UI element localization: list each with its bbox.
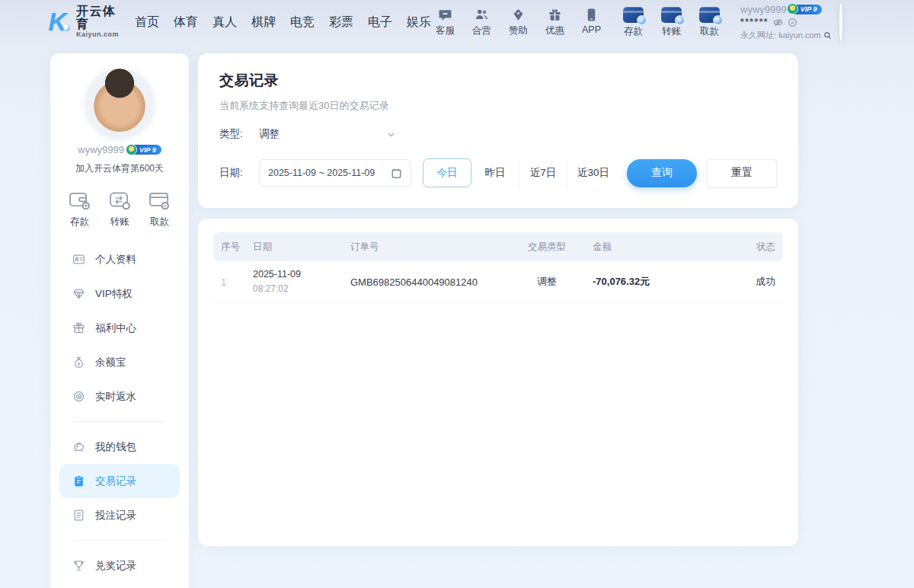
nav-item-home[interactable]: 首页 xyxy=(135,14,159,30)
gift-icon xyxy=(548,8,562,22)
masked-balance: ****** xyxy=(740,17,769,27)
sidebar-avatar[interactable] xyxy=(86,69,153,136)
main-nav: 首页 体育 真人 棋牌 电竞 彩票 电子 娱乐 xyxy=(135,14,431,30)
permanent-url: 永久网址: kaiyun.com xyxy=(740,30,821,41)
sidebar-item-betting-records[interactable]: 投注记录 xyxy=(59,498,180,532)
sidebar-item-vip-privilege[interactable]: VIP特权 xyxy=(59,276,180,311)
menu-label: 交易记录 xyxy=(95,475,136,488)
sidebar-item-benefits-center[interactable]: 福利中心 xyxy=(59,311,180,345)
nav-item-esports[interactable]: 电竞 xyxy=(290,14,315,30)
sidebar: wywy9999 VIP 9 加入开云体育第600天 存款 转账 取款 个人资料 xyxy=(50,53,189,588)
menu-label: 我的钱包 xyxy=(95,440,136,454)
nav-item-board-games[interactable]: 棋牌 xyxy=(251,14,276,30)
range-30days-button[interactable]: 近30日 xyxy=(567,159,619,187)
partnership-button[interactable]: 合营 xyxy=(468,8,496,37)
date-range-input[interactable]: 2025-11-09 ~ 2025-11-09 xyxy=(259,159,411,187)
menu-label: 余额宝 xyxy=(95,356,126,369)
tool-label: 合营 xyxy=(472,24,491,37)
search-icon[interactable] xyxy=(823,31,832,40)
date-label: 日期: xyxy=(219,166,259,180)
transfer-button[interactable]: 转账 xyxy=(657,7,686,38)
menu-label: 个人资料 xyxy=(95,253,136,267)
eye-off-icon[interactable] xyxy=(773,18,783,27)
vip-badge: VIP 9 xyxy=(791,5,823,14)
brand-domain: Kaiyun.com xyxy=(76,31,123,38)
brand-text: 开云体育 Kaiyun.com xyxy=(76,5,123,38)
nav-item-sports[interactable]: 体育 xyxy=(174,14,198,30)
nav-item-entertainment[interactable]: 娱乐 xyxy=(407,14,431,30)
quick-action-label: 转账 xyxy=(110,216,129,228)
target-icon xyxy=(72,390,85,403)
topbar: K 开云体育 Kaiyun.com 首页 体育 真人 棋牌 电竞 彩票 电子 娱… xyxy=(0,0,914,44)
date-quick-ranges: 今日 昨日 近7日 近30日 xyxy=(423,158,619,187)
menu-label: 福利中心 xyxy=(95,321,136,335)
customer-service-button[interactable]: 客服 xyxy=(431,8,459,37)
wallet-label: 取款 xyxy=(700,25,719,38)
nav-item-slots[interactable]: 电子 xyxy=(368,14,392,30)
people-icon xyxy=(475,8,489,22)
sidebar-item-message-center[interactable]: 消息中心 99+ xyxy=(59,583,180,588)
header-amount: 金额 xyxy=(593,241,722,254)
header-index: 序号 xyxy=(221,241,253,254)
range-yesterday-button[interactable]: 昨日 xyxy=(471,159,519,187)
money-bag-icon xyxy=(72,356,85,369)
date-range-value: 2025-11-09 ~ 2025-11-09 xyxy=(268,168,375,178)
sidebar-item-prize-records[interactable]: 兑奖记录 xyxy=(59,548,180,583)
clipboard-icon xyxy=(72,475,85,487)
user-avatar[interactable] xyxy=(839,3,842,41)
tool-label: 优惠 xyxy=(545,24,564,37)
app-download-button[interactable]: APP xyxy=(577,8,606,37)
nav-item-live-casino[interactable]: 真人 xyxy=(213,14,237,30)
sidebar-item-yuebao[interactable]: 余额宝 xyxy=(59,345,180,379)
filter-card: 交易记录 当前系统支持查询最近30日的交易记录 类型: 调整 日期: 2025-… xyxy=(198,53,798,208)
cell-amount: -70,076.32元 xyxy=(593,275,722,289)
cell-type: 调整 xyxy=(501,275,593,289)
sidebar-item-my-wallet[interactable]: 我的钱包 xyxy=(59,430,180,464)
type-select[interactable]: 调整 xyxy=(259,127,396,141)
topbar-tools: 客服 合营 赞助 优惠 APP xyxy=(431,8,606,37)
deposit-card-icon xyxy=(623,7,644,23)
search-button[interactable]: 查询 xyxy=(627,159,697,187)
gem-icon xyxy=(72,287,85,300)
promotions-button[interactable]: 优惠 xyxy=(541,8,569,37)
quick-action-label: 存款 xyxy=(70,216,89,228)
menu-label: 投注记录 xyxy=(95,509,136,522)
calendar-icon xyxy=(391,168,402,179)
sidebar-item-realtime-rebate[interactable]: 实时返水 xyxy=(59,379,180,414)
sidebar-vip-badge: VIP 9 xyxy=(129,145,161,155)
username: wywy9999 xyxy=(740,4,787,15)
sidebar-divider xyxy=(73,421,166,422)
sidebar-deposit-button[interactable]: 存款 xyxy=(69,190,91,228)
cell-date: 2025-11-09 08:27:02 xyxy=(253,267,350,296)
circle-check-icon[interactable] xyxy=(788,18,797,27)
reset-button[interactable]: 重置 xyxy=(707,159,777,187)
range-7days-button[interactable]: 近7日 xyxy=(519,159,567,187)
sidebar-divider xyxy=(73,540,166,541)
chevron-down-icon xyxy=(386,129,396,139)
sidebar-item-profile[interactable]: 个人资料 xyxy=(59,242,180,276)
withdraw-button[interactable]: 取款 xyxy=(695,7,724,38)
chat-bubble-icon xyxy=(438,8,452,22)
piggy-bank-icon xyxy=(72,440,85,453)
kaiyun-logo-icon: K xyxy=(44,8,71,37)
sidebar-menu: 个人资料 VIP特权 福利中心 余额宝 实时返水 我的钱包 xyxy=(50,232,189,588)
sponsor-button[interactable]: 赞助 xyxy=(504,8,532,37)
type-select-value: 调整 xyxy=(259,127,280,141)
nav-item-lottery[interactable]: 彩票 xyxy=(329,14,353,30)
range-today-button[interactable]: 今日 xyxy=(423,158,471,187)
sidebar-item-transaction-records[interactable]: 交易记录 xyxy=(59,464,180,498)
sidebar-transfer-button[interactable]: 转账 xyxy=(109,190,131,228)
deposit-button[interactable]: 存款 xyxy=(619,7,647,38)
page-subtitle: 当前系统支持查询最近30日的交易记录 xyxy=(219,99,777,113)
brand-logo[interactable]: K 开云体育 Kaiyun.com xyxy=(44,5,123,38)
bank-card-icon xyxy=(149,190,171,211)
wallet-label: 存款 xyxy=(624,25,643,38)
join-days-text: 加入开云体育第600天 xyxy=(75,162,164,175)
table-row: 1 2025-11-09 08:27:02 GMB698250644004908… xyxy=(213,261,783,303)
topbar-user-info: wywy9999 VIP 9 ****** 永久网址: kaiyun.com xyxy=(740,4,832,41)
type-label: 类型: xyxy=(219,127,259,141)
sidebar-withdraw-button[interactable]: 取款 xyxy=(149,190,171,228)
trophy-icon xyxy=(72,559,85,572)
phone-icon xyxy=(584,8,599,22)
page-title: 交易记录 xyxy=(219,71,777,91)
